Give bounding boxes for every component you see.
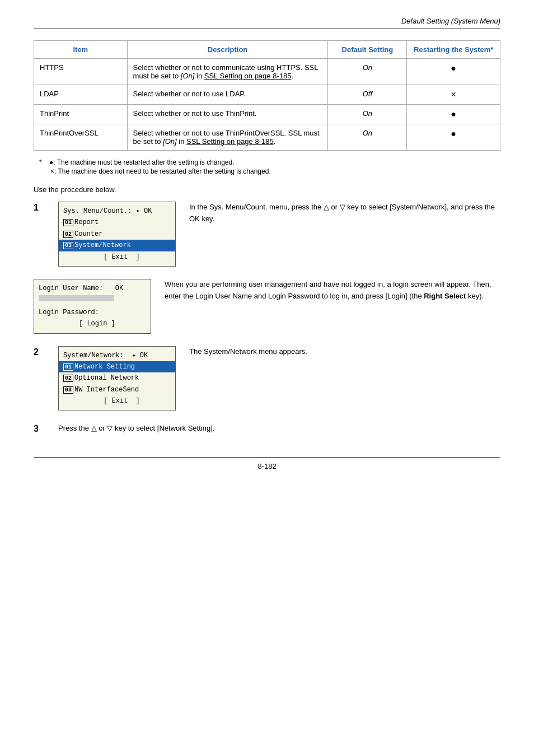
- table-row: ThinPrintSelect whether or not to use Th…: [34, 105, 500, 124]
- lcd-line: 03System/Network: [59, 240, 175, 251]
- lcd-line: System/Network: ✦ OK: [63, 350, 171, 361]
- lcd-line: [ Exit ]: [63, 251, 171, 263]
- procedure-label: Use the procedure below.: [34, 185, 500, 194]
- cell-default: On: [328, 59, 407, 85]
- cell-restart: ●: [407, 105, 500, 124]
- col-header-default: Default Setting: [328, 41, 407, 59]
- main-table: Item Description Default Setting Restart…: [34, 40, 500, 151]
- table-row: ThinPrintOverSSLSelect whether or not to…: [34, 124, 500, 151]
- lcd-display: Sys. Menu/Count.: ✦ OK01Report02Counter0…: [58, 202, 176, 267]
- footnote-x: ×: The machine does not need to be resta…: [39, 167, 500, 175]
- step-description: When you are performing user management …: [165, 279, 500, 302]
- cell-default: On: [328, 124, 407, 151]
- cell-item: ThinPrint: [34, 105, 128, 124]
- col-header-item: Item: [34, 41, 128, 59]
- col-header-restart: Restarting the System*: [407, 41, 500, 59]
- cell-description: Select whether or not to use ThinPrintOv…: [127, 124, 328, 151]
- lcd-line: Login User Name: OK: [39, 283, 146, 294]
- header-title: Default Setting (System Menu): [401, 17, 500, 25]
- cell-item: HTTPS: [34, 59, 128, 85]
- cell-restart: ×: [407, 85, 500, 105]
- cell-description: Select whether or not to communicate usi…: [127, 59, 328, 85]
- cell-item: ThinPrintOverSSL: [34, 124, 128, 151]
- lcd-line: Login Password:: [39, 307, 146, 318]
- step-description: In the Sys. Menu/Count. menu, press the …: [189, 202, 500, 225]
- step-block: 3Press the △ or ▽ key to select [Network…: [34, 423, 500, 435]
- cell-restart: ●: [407, 59, 500, 85]
- lcd-line: 02Optional Network: [63, 372, 171, 384]
- lcd-line: [ Exit ]: [63, 395, 171, 407]
- step-block: Login User Name: OKLogin Password: [ Log…: [34, 279, 500, 334]
- table-row: LDAPSelect whether or not to use LDAP.Of…: [34, 85, 500, 105]
- col-header-desc: Description: [127, 41, 328, 59]
- cell-item: LDAP: [34, 85, 128, 105]
- cell-default: Off: [328, 85, 407, 105]
- footnote-asterisk: * ●: The machine must be restarted after…: [39, 158, 500, 166]
- content: Item Description Default Setting Restart…: [34, 40, 500, 435]
- step-description: Press the △ or ▽ key to select [Network …: [58, 423, 500, 435]
- lcd-display: Login User Name: OKLogin Password: [ Log…: [34, 279, 151, 334]
- step-number: 3: [34, 423, 45, 434]
- table-row: HTTPSSelect whether or not to communicat…: [34, 59, 500, 85]
- login-bar: [39, 295, 114, 301]
- cell-description: Select whether or not to use LDAP.: [127, 85, 328, 105]
- steps-container: 1Sys. Menu/Count.: ✦ OK01Report02Counter…: [34, 202, 500, 435]
- page-footer: 8-182: [34, 457, 500, 470]
- step-description: The System/Network menu appears.: [189, 346, 500, 358]
- step-number: 2: [34, 346, 45, 357]
- page-header: Default Setting (System Menu): [34, 17, 500, 29]
- lcd-display: System/Network: ✦ OK01Network Setting02O…: [58, 346, 176, 411]
- step-number: 1: [34, 202, 45, 213]
- cell-default: On: [328, 105, 407, 124]
- lcd-line: 01Report: [63, 217, 171, 228]
- lcd-line: 03NW InterfaceSend: [63, 384, 171, 395]
- lcd-line: Sys. Menu/Count.: ✦ OK: [63, 206, 171, 217]
- lcd-line: [ Login ]: [39, 318, 146, 329]
- cell-restart: ●: [407, 124, 500, 151]
- lcd-line: 02Counter: [63, 228, 171, 240]
- cell-description: Select whether or not to use ThinPrint.: [127, 105, 328, 124]
- footnotes: * ●: The machine must be restarted after…: [39, 158, 500, 175]
- lcd-box: Login User Name: OKLogin Password: [ Log…: [34, 279, 151, 334]
- lcd-line: 01Network Setting: [59, 361, 175, 372]
- lcd-box: System/Network: ✦ OK01Network Setting02O…: [58, 346, 176, 411]
- step-block: 2System/Network: ✦ OK01Network Setting02…: [34, 346, 500, 411]
- lcd-box: Sys. Menu/Count.: ✦ OK01Report02Counter0…: [58, 202, 176, 267]
- step-block: 1Sys. Menu/Count.: ✦ OK01Report02Counter…: [34, 202, 500, 267]
- lcd-line: [39, 294, 146, 306]
- page-number: 8-182: [257, 462, 276, 470]
